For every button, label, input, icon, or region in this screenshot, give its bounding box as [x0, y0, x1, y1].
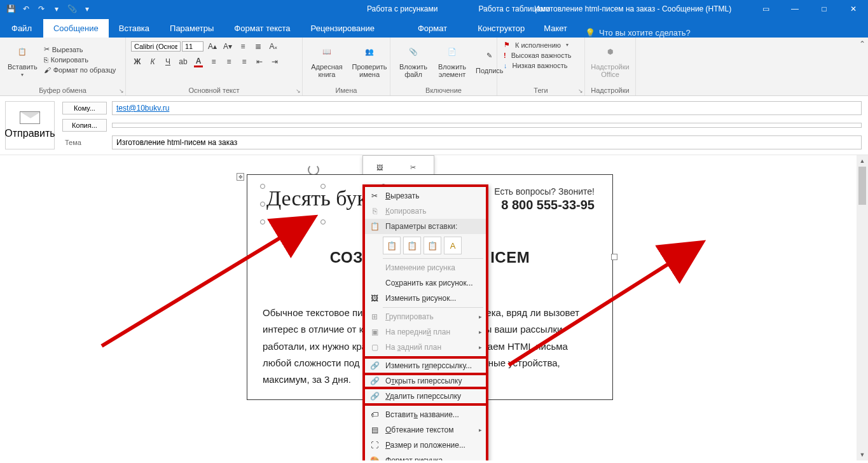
- minimize-icon[interactable]: —: [780, 0, 809, 18]
- collapse-ribbon-icon[interactable]: ⌃: [859, 39, 865, 48]
- qat-more-icon[interactable]: ▾: [81, 3, 93, 15]
- grow-font-icon[interactable]: A▴: [206, 40, 219, 53]
- include-group-title: Включение: [396, 85, 492, 94]
- attach-item-button[interactable]: 📄 Вложить элемент: [434, 40, 471, 79]
- subject-field[interactable]: [112, 135, 862, 149]
- wrap-icon: ▤: [369, 424, 380, 436]
- clear-format-icon[interactable]: Aₓ: [267, 40, 280, 53]
- cm-wrap-text[interactable]: ▤Обтекание текстом▸: [365, 422, 486, 438]
- tab-constructor[interactable]: Конструктор: [469, 19, 534, 38]
- low-importance-button[interactable]: ↓Низкая важность: [502, 61, 579, 70]
- tab-message[interactable]: Сообщение: [43, 19, 109, 38]
- tab-options[interactable]: Параметры: [160, 19, 224, 38]
- cut-button[interactable]: ✂Вырезать: [43, 45, 118, 54]
- align-center-icon[interactable]: ≡: [223, 55, 235, 68]
- cm-group: ⊞Группировать▸: [365, 309, 486, 324]
- font-color-icon[interactable]: A: [192, 55, 205, 68]
- align-right-icon[interactable]: ≡: [238, 55, 251, 68]
- font-name-select[interactable]: [131, 41, 181, 52]
- ribbon-display-icon[interactable]: ▭: [751, 0, 780, 18]
- cc-button[interactable]: Копия...: [62, 119, 107, 132]
- font-size-select[interactable]: [182, 41, 203, 52]
- attach-icon[interactable]: 📎: [66, 3, 78, 15]
- paste-button[interactable]: 📋 Вставить ▾: [5, 40, 40, 79]
- undo-icon[interactable]: ↶: [20, 3, 32, 15]
- dialog-launcher-icon[interactable]: ↘: [578, 88, 583, 94]
- tab-format[interactable]: Формат: [396, 19, 469, 38]
- paste-option-1[interactable]: 📋: [383, 237, 401, 254]
- indent-dec-icon[interactable]: ⇤: [253, 55, 266, 68]
- cm-change-pic[interactable]: 🖼Изменить рисунок...: [365, 291, 486, 306]
- tags-group-title: Теги: [502, 85, 579, 94]
- selection-handle[interactable]: [260, 219, 265, 225]
- cm-bring-front: ▣На передний план▸: [365, 324, 486, 340]
- cm-size-position[interactable]: ⛶Размер и положение...: [365, 438, 486, 453]
- cm-change-picture: Изменение рисунка: [365, 260, 486, 275]
- cm-paste-header-label: Параметры вставки:: [385, 222, 457, 231]
- tab-layout[interactable]: Макет: [534, 19, 577, 38]
- message-body[interactable]: 🖼 Стиль ✂ Обрезка ✥ Десять букв Есть воп…: [0, 155, 868, 460]
- link-icon: 🔗: [369, 360, 380, 371]
- attach-file-button[interactable]: 📎 Вложить файл: [396, 40, 431, 79]
- paste-option-4[interactable]: A: [444, 237, 462, 254]
- paste-option-2[interactable]: 📋: [403, 237, 421, 254]
- cm-change-picture-label: Изменение рисунка: [385, 263, 455, 272]
- bullets-icon[interactable]: ≡: [237, 40, 249, 53]
- cm-remove-hyperlink[interactable]: 🔗Удалить гиперссылку: [362, 387, 488, 406]
- indent-inc-icon[interactable]: ⇥: [268, 55, 281, 68]
- subject-label: Тема: [62, 139, 107, 146]
- dialog-launcher-icon[interactable]: ↘: [296, 88, 301, 94]
- highlight-icon[interactable]: ab: [177, 55, 189, 68]
- tell-me-search[interactable]: 💡 Что вы хотите сделать?: [577, 28, 698, 38]
- shrink-font-icon[interactable]: A▾: [221, 40, 234, 53]
- clipboard-group-title: Буфер обмена: [5, 85, 120, 94]
- underline-button[interactable]: Ч: [162, 55, 174, 68]
- follow-up-button[interactable]: ⚑К исполнению▾: [502, 40, 579, 50]
- scroll-up-icon[interactable]: ▲: [857, 155, 868, 167]
- align-left-icon[interactable]: ≡: [207, 55, 220, 68]
- close-icon[interactable]: ✕: [839, 0, 868, 18]
- selection-handle[interactable]: [260, 184, 265, 189]
- cm-save-as-picture[interactable]: Сохранить как рисунок...: [365, 275, 486, 291]
- cm-cut[interactable]: ✂Вырезать: [365, 188, 486, 204]
- format-painter-button[interactable]: 🖌Формат по образцу: [43, 66, 118, 74]
- redo-icon[interactable]: ↷: [36, 3, 47, 15]
- dialog-launcher-icon[interactable]: ↘: [119, 88, 124, 94]
- tab-file[interactable]: Файл: [0, 19, 43, 38]
- bold-button[interactable]: Ж: [131, 55, 144, 68]
- selection-handle[interactable]: [320, 184, 326, 189]
- numbering-icon[interactable]: ≣: [252, 40, 265, 53]
- tab-review[interactable]: Рецензирование: [301, 19, 385, 38]
- cm-edit-hyperlink[interactable]: 🔗Изменить гиперссылку...: [362, 356, 488, 375]
- save-icon[interactable]: 💾: [5, 3, 17, 15]
- vertical-scrollbar[interactable]: ▲ ▼: [857, 155, 868, 460]
- paste-option-3[interactable]: 📋: [424, 237, 441, 254]
- copy-button[interactable]: ⎘Копировать: [43, 55, 118, 64]
- addins-button[interactable]: ⬢ Надстройки Office: [590, 40, 630, 79]
- high-importance-button[interactable]: !Высокая важность: [502, 51, 579, 60]
- qat-dropdown-icon[interactable]: ▾: [51, 3, 62, 15]
- scroll-down-icon[interactable]: ▼: [857, 449, 868, 460]
- cm-format-picture[interactable]: 🎨Формат рисунка...: [365, 453, 486, 460]
- italic-button[interactable]: К: [146, 55, 159, 68]
- cm-insert-caption[interactable]: 🏷Вставить название...: [365, 407, 486, 422]
- send-button[interactable]: Отправить: [5, 101, 55, 149]
- cc-field[interactable]: [112, 123, 862, 128]
- address-book-button[interactable]: 📖 Адресная книга: [308, 40, 346, 79]
- to-field[interactable]: test@10bukv.ru: [112, 101, 862, 115]
- scroll-thumb[interactable]: [858, 167, 866, 205]
- check-names-button[interactable]: 👥 Проверить имена: [348, 40, 390, 79]
- back-icon: ▢: [369, 342, 380, 353]
- selection-handle[interactable]: [320, 219, 326, 225]
- follow-up-label: К исполнению: [515, 41, 561, 49]
- selection-handle[interactable]: [260, 202, 265, 207]
- to-button[interactable]: Кому...: [62, 102, 107, 114]
- addins-label: Надстройки Office: [589, 63, 631, 78]
- cm-paste-header: 📋Параметры вставки:: [365, 219, 486, 234]
- tab-insert[interactable]: Вставка: [109, 19, 160, 38]
- attach-file-label: Вложить файл: [398, 63, 429, 78]
- anchor-handle-icon[interactable]: ✥: [237, 173, 244, 181]
- table-handle-icon[interactable]: [611, 254, 617, 260]
- maximize-icon[interactable]: □: [809, 0, 839, 18]
- tab-format-text[interactable]: Формат текста: [224, 19, 300, 38]
